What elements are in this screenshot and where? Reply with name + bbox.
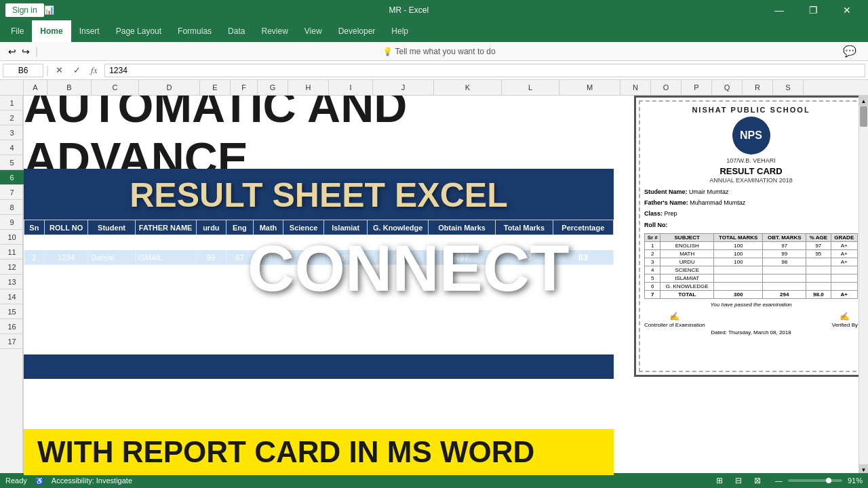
col-header-D[interactable]: D: [139, 80, 200, 95]
table-cell: 1234: [44, 310, 88, 325]
table-cell: 2: [24, 250, 45, 265]
col-header-O[interactable]: O: [651, 80, 682, 95]
corner-cell: [0, 80, 24, 95]
table-row[interactable]: 71234ParishaSHJUA6847660079: [24, 325, 614, 340]
signin-button[interactable]: Sign in: [5, 3, 44, 17]
row-header-12[interactable]: 12: [0, 260, 24, 274]
ribbon-tab-developer[interactable]: Developer: [330, 20, 384, 42]
page-break-view-button[interactable]: ⊠: [751, 474, 764, 487]
ready-status: Ready: [5, 476, 27, 485]
row-header-2[interactable]: 2: [0, 110, 24, 125]
table-cell: 74: [196, 295, 226, 310]
class-value: Prep: [665, 210, 677, 217]
col-header-Q[interactable]: Q: [712, 80, 743, 95]
row-header-8[interactable]: 8: [0, 200, 24, 215]
table-cell: 1234: [44, 325, 88, 340]
col-header-N[interactable]: N: [620, 80, 651, 95]
row-header-14[interactable]: 14: [0, 289, 24, 304]
cancel-formula-button[interactable]: ✕: [52, 63, 66, 78]
table-cell: SHJUA: [135, 325, 196, 340]
result-sheet-title: RESULT SHEET EXCEL: [24, 169, 614, 218]
col-header-H[interactable]: H: [288, 80, 329, 95]
table-row[interactable]: 81234AhmedRAHEEL5441260069: [24, 340, 614, 354]
col-header-L[interactable]: L: [502, 80, 559, 95]
row-header-15[interactable]: 15: [0, 304, 24, 319]
row-header-16[interactable]: 16: [0, 319, 24, 334]
row-header-17[interactable]: 17: [0, 334, 24, 349]
controller-label: Controller of Examination: [644, 322, 705, 328]
ribbon-tabs: FileHomeInsertPage LayoutFormulasDataRev…: [0, 20, 868, 42]
col-header-K[interactable]: K: [434, 80, 502, 95]
col-header-F[interactable]: F: [231, 80, 258, 95]
accessibility-text: Accessibility: Investigate: [52, 476, 132, 485]
col-header-A[interactable]: A: [24, 80, 47, 95]
table-cell: 1234: [44, 235, 88, 250]
col-header-C[interactable]: C: [92, 80, 139, 95]
col-header-E[interactable]: E: [200, 80, 231, 95]
col-header-R[interactable]: R: [743, 80, 773, 95]
row-header-9[interactable]: 9: [0, 215, 24, 230]
row-header-7[interactable]: 7: [0, 185, 24, 200]
normal-view-button[interactable]: ⊞: [713, 474, 726, 487]
top-banner: AUTOMATIC AND ADVANCE: [24, 96, 614, 169]
report-card: NISHAT PUBLIC SCHOOL NPS 107/W.B. VEHARI…: [634, 96, 868, 377]
undo-button[interactable]: ↩: [8, 46, 16, 57]
col-header-G[interactable]: G: [258, 80, 288, 95]
cell-reference-input[interactable]: [3, 64, 43, 77]
tell-me-area[interactable]: 💡 Tell me what you want to do: [382, 47, 496, 56]
zoom-slider[interactable]: [788, 479, 842, 482]
page-layout-view-button[interactable]: ⊟: [732, 474, 745, 487]
subjects-header: Sr # SUBJECT TOTAL MARKS OBT. MARKS % AG…: [645, 233, 858, 241]
table-cell: 1: [24, 235, 45, 250]
col-header-sn: Sn: [24, 220, 45, 235]
ribbon-tab-data[interactable]: Data: [220, 20, 253, 42]
ribbon-tab-formulas[interactable]: Formulas: [170, 20, 220, 42]
table-cell: [283, 325, 324, 340]
subject-row: 3URDU10098A+: [645, 258, 858, 266]
col-header-S[interactable]: S: [773, 80, 804, 95]
row-header-11[interactable]: 11: [0, 245, 24, 260]
col-header-J[interactable]: J: [373, 80, 434, 95]
table-cell: [368, 325, 429, 340]
table-row[interactable]: 61234AhsanISMAIL7548860081: [24, 310, 614, 325]
row-header-6[interactable]: 6: [0, 170, 24, 185]
row-header-3[interactable]: 3: [0, 125, 24, 140]
row-header-4[interactable]: 4: [0, 140, 24, 155]
col-header-M[interactable]: M: [559, 80, 620, 95]
minimize-button[interactable]: —: [764, 0, 795, 20]
row-header-13[interactable]: 13: [0, 274, 24, 289]
col-header-I[interactable]: I: [329, 80, 373, 95]
vertical-scrollbar[interactable]: ▲ ▼: [859, 96, 868, 475]
close-button[interactable]: ✕: [831, 0, 863, 20]
ribbon-tab-review[interactable]: Review: [253, 20, 296, 42]
scroll-up-button[interactable]: ▲: [859, 96, 869, 106]
redo-button[interactable]: ↪: [22, 46, 30, 57]
ribbon-tab-file[interactable]: File: [3, 20, 32, 42]
table-cell: [368, 310, 429, 325]
result-card-title: RESULT CARD: [719, 166, 782, 176]
col-header-P[interactable]: P: [682, 80, 712, 95]
insert-function-button[interactable]: 𝑓𝑥: [87, 63, 102, 78]
tell-me-text: Tell me what you want to do: [395, 47, 496, 56]
row-header-5[interactable]: 5: [0, 155, 24, 170]
restore-button[interactable]: ❐: [797, 0, 829, 20]
scroll-track[interactable]: [859, 106, 868, 464]
ribbon-tab-help[interactable]: Help: [383, 20, 416, 42]
ribbon-tab-home[interactable]: Home: [32, 20, 71, 42]
ribbon-tab-view[interactable]: View: [296, 20, 330, 42]
ribbon-tab-page layout[interactable]: Page Layout: [108, 20, 170, 42]
table-cell: [226, 340, 254, 354]
ribbon-content: ↩ ↪ | 💡 Tell me what you want to do 💬: [0, 42, 868, 61]
table-cell: ISMAIL: [135, 250, 196, 265]
ribbon: FileHomeInsertPage LayoutFormulasDataRev…: [0, 20, 868, 42]
col-header-B[interactable]: B: [47, 80, 92, 95]
chat-icon[interactable]: 💬: [840, 41, 860, 62]
ribbon-tab-insert[interactable]: Insert: [71, 20, 108, 42]
lightbulb-icon: 💡: [382, 47, 393, 56]
row-header-1[interactable]: 1: [0, 96, 24, 110]
confirm-formula-button[interactable]: ✓: [69, 63, 84, 78]
scroll-thumb[interactable]: [860, 106, 867, 127]
formula-input[interactable]: [104, 64, 865, 77]
row-header-10[interactable]: 10: [0, 230, 24, 245]
table-cell: 8: [24, 340, 45, 354]
